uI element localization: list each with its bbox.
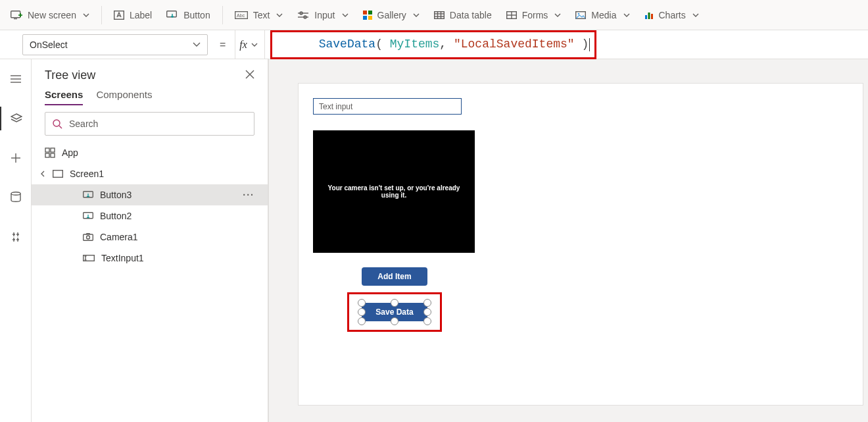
add-item-button[interactable]: Add Item	[362, 267, 427, 286]
svg-rect-24	[651, 14, 653, 19]
label-text: Label	[130, 10, 152, 20]
tree-node-label: Button2	[100, 211, 132, 221]
svg-point-21	[578, 13, 580, 14]
tree-node-label: Screen1	[70, 169, 104, 179]
tree-node-app[interactable]: App	[32, 142, 268, 163]
chevron-down-icon	[692, 13, 699, 17]
hamburger-button[interactable]	[4, 67, 28, 91]
save-data-button[interactable]: Save Data	[362, 303, 427, 321]
screen-icon	[53, 170, 63, 178]
search-placeholder: Search	[69, 119, 98, 129]
selection-handle[interactable]	[358, 299, 366, 307]
tree-panel: Tree view Screens Components Search App …	[32, 59, 268, 422]
tree-search-input[interactable]: Search	[45, 112, 254, 136]
input-label: Input	[314, 10, 335, 20]
layers-icon	[11, 113, 22, 124]
gallery-tiles-icon	[363, 11, 372, 20]
selection-handle[interactable]	[358, 308, 366, 316]
tree-node-textinput1[interactable]: TextInput1	[32, 248, 268, 269]
tree-node-button3[interactable]: Button3 ···	[32, 184, 268, 205]
app-grid-icon	[45, 147, 55, 158]
chevron-down-icon	[83, 13, 89, 17]
ribbon-separator	[101, 6, 102, 24]
selection-handle[interactable]	[358, 317, 366, 325]
datatable-label: Data table	[450, 10, 492, 20]
tree-close-button[interactable]	[245, 68, 254, 82]
left-rail	[0, 59, 32, 422]
gallery-menu[interactable]: Gallery	[356, 6, 426, 24]
formula-highlight-box: SaveData( MyItems, "LocalSavedItems" )	[270, 30, 596, 59]
fx-indicator[interactable]: fx	[235, 30, 265, 59]
chevron-down-icon	[623, 13, 630, 17]
formula-bar: OnSelect = fx SaveData( MyItems, "LocalS…	[0, 30, 868, 59]
datatable-button[interactable]: Data table	[427, 6, 498, 24]
text-menu[interactable]: Abc Text	[228, 6, 290, 24]
add-item-label: Add Item	[377, 272, 411, 281]
chevron-down-icon	[413, 13, 420, 17]
text-input-icon	[83, 255, 95, 261]
selection-handle[interactable]	[391, 299, 398, 307]
textinput1-control[interactable]: Text input	[313, 98, 462, 115]
new-screen-button[interactable]: New screen	[4, 6, 96, 24]
forms-menu[interactable]: Forms	[500, 6, 568, 24]
tree-view-rail[interactable]	[0, 107, 31, 130]
svg-point-33	[53, 120, 60, 126]
chevron-down-icon	[554, 13, 561, 17]
tree-header: Tree view	[32, 68, 268, 89]
tree-node-camera1[interactable]: Camera1	[32, 226, 268, 248]
label-icon	[114, 11, 124, 20]
tree-node-button2[interactable]: Button2	[32, 205, 268, 226]
text-caret	[589, 38, 590, 51]
plus-icon	[11, 153, 21, 163]
property-select[interactable]: OnSelect	[22, 34, 208, 55]
selection-handle[interactable]	[423, 317, 431, 325]
button-node-icon	[83, 212, 93, 220]
svg-rect-38	[51, 153, 55, 157]
label-button[interactable]: Label	[107, 6, 158, 24]
formula-token-fn: SaveData	[319, 38, 375, 51]
svg-point-30	[11, 192, 20, 195]
chart-bars-icon	[644, 11, 654, 20]
tab-screens[interactable]: Screens	[45, 89, 83, 105]
media-menu[interactable]: Media	[569, 6, 636, 24]
tree-node-label: TextInput1	[101, 253, 144, 263]
input-slider-icon	[297, 11, 309, 19]
selection-handle[interactable]	[423, 299, 431, 307]
charts-label: Charts	[659, 10, 686, 20]
forms-icon	[506, 11, 517, 19]
chevron-down-icon	[342, 13, 349, 17]
chevron-down-icon	[276, 13, 283, 17]
svg-rect-37	[45, 153, 49, 157]
tools-rail[interactable]	[4, 225, 28, 249]
formula-token-ident: MyItems	[390, 38, 440, 51]
hamburger-icon	[10, 74, 22, 84]
chevron-down-icon	[193, 42, 201, 47]
button-tap-icon	[166, 11, 178, 20]
tree-search-wrap: Search	[32, 112, 268, 142]
button-button[interactable]: Button	[160, 6, 216, 24]
input-menu[interactable]: Input	[291, 6, 354, 24]
database-icon	[11, 192, 21, 203]
app-canvas[interactable]: Text input Your camera isn't set up, or …	[298, 83, 863, 406]
save-highlight-box: Save Data	[347, 292, 442, 332]
charts-menu[interactable]: Charts	[638, 6, 706, 24]
selection-handle[interactable]	[423, 308, 431, 316]
forms-label: Forms	[522, 10, 548, 20]
node-more-button[interactable]: ···	[243, 190, 254, 200]
data-rail[interactable]	[4, 186, 28, 209]
gallery-label: Gallery	[377, 10, 406, 20]
tree-tabs: Screens Components	[32, 89, 268, 112]
tree-node-label: Camera1	[100, 232, 138, 242]
formula-token-close: )	[581, 38, 589, 51]
tab-components[interactable]: Components	[96, 89, 152, 105]
insert-rail[interactable]	[4, 146, 28, 170]
selection-handle[interactable]	[391, 317, 398, 325]
svg-rect-35	[45, 148, 49, 152]
formula-input[interactable]: SaveData( MyItems, "LocalSavedItems" )	[276, 24, 591, 64]
media-label: Media	[591, 10, 616, 20]
svg-text:Abc: Abc	[237, 13, 245, 18]
new-screen-label: New screen	[28, 10, 76, 20]
tree-node-screen[interactable]: Screen1	[32, 163, 268, 184]
svg-rect-23	[648, 13, 650, 19]
camera1-control[interactable]: Your camera isn't set up, or you're alre…	[313, 130, 475, 253]
